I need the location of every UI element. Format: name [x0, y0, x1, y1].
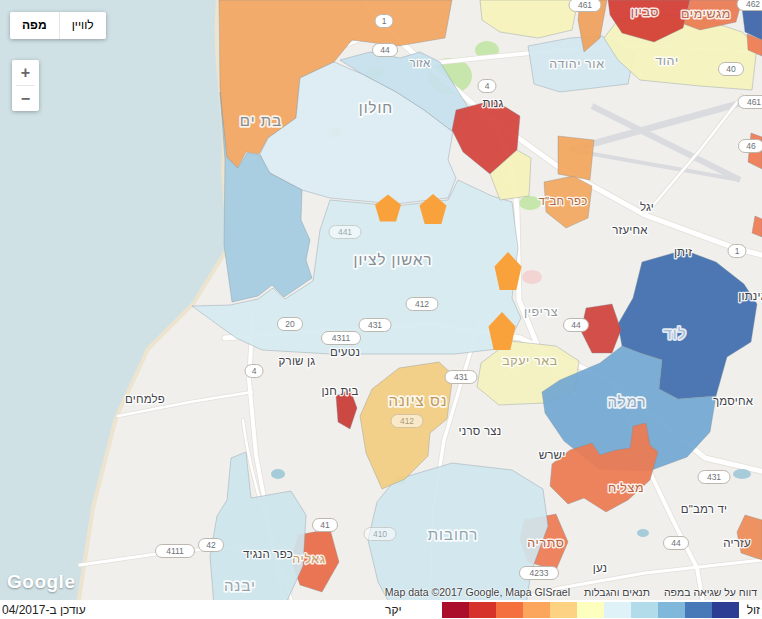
place-label-ahisamakh: אחיסמך — [713, 395, 754, 407]
route-shield-44: 44 — [664, 537, 689, 550]
route-shield-number: 462 — [746, 0, 760, 9]
place-label-ganot: גנות — [482, 97, 503, 109]
place-label-yehud: יהוד — [655, 54, 679, 68]
place-label-matzliah: מצליח — [608, 481, 644, 495]
place-label-magshimim: מגשימים — [681, 7, 731, 21]
map-data-text: Map data ©2017 Google, Mapa GISrael — [385, 586, 570, 598]
route-shield-46: 46 — [739, 140, 762, 153]
pond — [271, 469, 285, 479]
route-shield-41: 41 — [313, 519, 338, 532]
route-shield-4: 4 — [478, 80, 496, 93]
place-label-netzer-sereni: נצר סרני — [459, 425, 502, 437]
legend-swatch-3 — [523, 602, 550, 618]
route-shield-461: 461 — [569, 0, 601, 12]
route-shield-4233: 4233 — [520, 567, 559, 580]
route-shield-431: 431 — [698, 471, 730, 484]
legend-swatch-1 — [469, 602, 496, 618]
legend-swatch-6 — [604, 602, 631, 618]
route-shield-number: 441 — [338, 227, 352, 237]
route-shield-4311: 4311 — [322, 332, 361, 345]
place-label-gan-sorek: גן שורק — [279, 355, 316, 367]
route-shield-number: 44 — [571, 320, 581, 330]
route-shield-4111: 4111 — [156, 545, 195, 558]
bottom-bar: עודכן ב-04/2017 יקר זול — [0, 600, 762, 619]
zoom-out-button[interactable]: − — [12, 86, 39, 111]
route-shield-462: 462 — [737, 0, 762, 11]
legend-swatch-0 — [442, 602, 469, 618]
route-shield-number: 4 — [485, 81, 490, 91]
route-shield-number: 4111 — [166, 546, 184, 556]
place-label-yavne: יבנה — [224, 577, 256, 594]
map-canvas[interactable]: 4614621444404614614420431431141244144314… — [0, 0, 762, 619]
route-shield-431: 431 — [359, 319, 391, 332]
legend-expensive-label: יקר — [385, 603, 402, 617]
place-label-or-yehuda: אור יהודה — [549, 57, 604, 71]
route-shield-number: 431 — [454, 372, 468, 382]
place-label-ness-ziona: נס ציונה — [388, 392, 447, 409]
place-label-kfar-hanagid: כפר הנגיד — [243, 548, 293, 560]
place-label-beer-yaakov: באר יעקב — [502, 354, 558, 368]
built-area — [522, 270, 542, 284]
report-error-link[interactable]: דווח על שגיאה במפה — [664, 586, 757, 598]
place-label-rehovot: רחובות — [428, 526, 479, 543]
route-shield-1: 1 — [375, 15, 393, 28]
route-shield-number: 40 — [726, 64, 736, 74]
place-label-azarya: עזריה — [723, 537, 751, 549]
map-type-control: מפה לוויין — [10, 12, 106, 39]
zoom-control: + − — [12, 60, 39, 111]
price-map-app: 4614621444404614614420431431141244144314… — [0, 0, 762, 619]
route-shield-number: 431 — [368, 320, 382, 330]
map-view-button[interactable]: מפה — [10, 12, 59, 39]
google-logo[interactable]: Google — [7, 571, 75, 593]
route-shield-44: 44 — [373, 44, 398, 57]
route-shield-number: 412 — [400, 416, 414, 426]
legend-swatch-10 — [712, 602, 739, 618]
route-shield-44: 44 — [564, 319, 589, 332]
route-shield-number: 410 — [373, 529, 387, 539]
legend-swatch-9 — [685, 602, 712, 618]
route-shield-431: 431 — [445, 371, 477, 384]
place-label-gealya: גאליה — [292, 552, 325, 566]
terms-link[interactable]: תנאים והגבלות — [584, 586, 650, 598]
route-shield-42: 42 — [199, 539, 224, 552]
place-label-beit-hanan: בית חנן — [321, 385, 358, 397]
legend-swatch-2 — [496, 602, 523, 618]
route-shield-412: 412 — [391, 415, 423, 428]
route-shield-number: 44 — [380, 45, 390, 55]
route-shield-461: 461 — [738, 96, 762, 109]
legend-cheap-label: זול — [747, 603, 760, 617]
place-label-tzrifin: צריפין — [524, 305, 558, 319]
route-shield-number: 41 — [320, 520, 330, 530]
place-label-sitria: סתריה — [527, 536, 564, 550]
route-shield-number: 461 — [747, 97, 761, 107]
route-shield-number: 1 — [735, 246, 740, 256]
route-shield-number: 4233 — [530, 568, 549, 578]
region-orange-small-east[interactable] — [558, 136, 594, 180]
place-label-netaim: נטעים — [330, 346, 360, 358]
route-shield-number: 461 — [578, 0, 592, 10]
satellite-view-button[interactable]: לוויין — [59, 12, 106, 39]
route-shield-412: 412 — [406, 298, 438, 311]
price-legend: יקר זול — [385, 602, 762, 618]
place-label-bat-yam: בת ים — [240, 112, 282, 129]
route-shield-number: 20 — [285, 319, 295, 329]
route-shield-number: 431 — [707, 472, 721, 482]
route-shield-441: 441 — [329, 226, 361, 239]
route-shield-number: 1 — [382, 16, 387, 26]
map-attribution: Map data ©2017 Google, Mapa GISrael תנאי… — [385, 586, 757, 598]
place-label-ginaton: גינתון — [738, 290, 762, 302]
place-label-holon: חולון — [359, 99, 394, 116]
legend-color-scale — [442, 602, 739, 618]
pond — [733, 469, 751, 479]
route-shield-number: 46 — [746, 141, 756, 151]
place-label-yad-rambam: יד רמב"ם — [681, 503, 728, 515]
route-shield-410: 410 — [364, 528, 396, 541]
legend-swatch-8 — [658, 602, 685, 618]
route-shield-number: 44 — [671, 538, 681, 548]
place-label-savyon: סביון — [631, 5, 659, 19]
place-label-kfar-chabad: כפר חב"ד — [539, 195, 588, 207]
place-label-ahiezer: אחיעזר — [612, 224, 648, 236]
route-shield-40: 40 — [719, 63, 744, 76]
zoom-in-button[interactable]: + — [12, 60, 39, 85]
route-shield-number: 4 — [252, 366, 257, 376]
